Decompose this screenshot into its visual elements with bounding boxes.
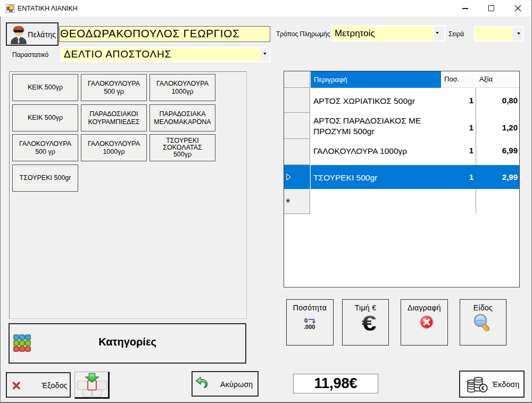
svg-text:.000: .000 bbox=[304, 324, 315, 330]
svg-text:0: 0 bbox=[304, 317, 307, 324]
svg-text:€: € bbox=[362, 315, 376, 332]
svg-text:€: € bbox=[481, 385, 485, 391]
